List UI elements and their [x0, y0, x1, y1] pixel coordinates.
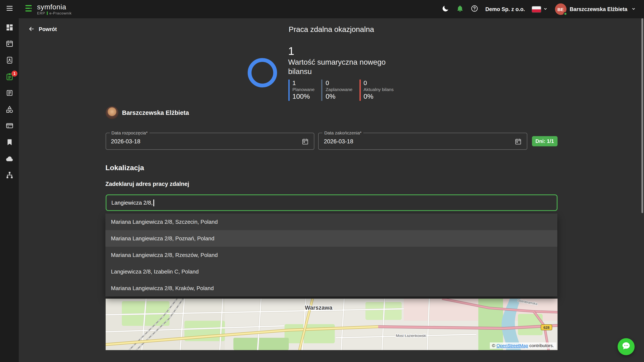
stat-label: Zaplanowane — [326, 87, 352, 92]
stat-aktualny-bilans: 0 Aktualny bilans 0% — [359, 80, 394, 101]
stat-value: 1 — [292, 80, 314, 87]
sidebar: 1 — [0, 18, 19, 362]
sidebar-item-requests[interactable]: 1 — [0, 69, 19, 86]
copyright-symbol: © — [492, 343, 495, 348]
address-suggestion[interactable]: Mariana Langiewicza 2/8, Poznań, Poland — [106, 230, 557, 247]
date-range-row: Data rozpoczęcia* 2026-03-18 Data zakońc… — [106, 133, 557, 150]
end-date-field[interactable]: Data zakończenia* 2026-03-18 — [318, 133, 528, 150]
sidebar-item-calendar[interactable] — [0, 36, 19, 53]
stat-percent: 0% — [326, 92, 352, 101]
location-heading: Lokalizacja — [106, 164, 557, 172]
documents-icon — [5, 89, 14, 99]
sidebar-item-documents[interactable] — [0, 86, 19, 102]
dashboard-icon — [5, 23, 14, 33]
dark-mode-toggle[interactable] — [442, 4, 450, 14]
employee-photo — [106, 106, 118, 119]
avatar-initials: BE — [557, 6, 564, 12]
notifications-button[interactable] — [456, 4, 464, 14]
openstreetmap-link[interactable]: OpenStreetMap — [496, 343, 528, 348]
start-date-label: Data rozpoczęcia* — [110, 130, 149, 135]
road-ref-badge: 628 — [541, 325, 552, 330]
menu-button[interactable] — [0, 4, 19, 14]
calendar-icon — [5, 40, 14, 50]
tagline-separator — [47, 11, 48, 15]
back-label: Powrót — [39, 26, 57, 32]
calendar-picker-icon[interactable] — [302, 138, 309, 145]
summary-title: Wartość sumaryczna nowego bilansu — [288, 57, 390, 76]
address-input[interactable]: Langiewicza 2/8, — [106, 194, 557, 211]
shapes-category-icon — [5, 106, 14, 115]
stat-planowane: 1 Planowane 100% — [288, 80, 314, 101]
company-name: Demo Sp. z o.o. — [485, 6, 525, 12]
bell-icon — [456, 4, 464, 14]
stat-percent: 0% — [364, 92, 394, 101]
sidebar-item-categories[interactable] — [0, 102, 19, 119]
stat-label: Aktualny bilans — [364, 87, 394, 92]
moon-icon — [442, 4, 450, 14]
sidebar-item-employee-card[interactable] — [0, 53, 19, 69]
chevron-down-icon — [542, 5, 548, 13]
page-header: Powrót Praca zdalna okazjonalna — [19, 18, 644, 40]
cloud-icon — [5, 155, 14, 165]
chat-button[interactable] — [618, 338, 635, 355]
language-selector[interactable] — [532, 5, 548, 13]
start-date-value: 2026-03-18 — [111, 138, 140, 144]
balance-summary: 1 Wartość sumaryczna nowego bilansu 1 Pl… — [106, 45, 557, 101]
address-suggestion[interactable]: Langiewicza 2/8, Izabelin C, Poland — [106, 263, 557, 280]
hamburger-icon — [5, 4, 14, 14]
map-attribution: © OpenStreetMap contributors. — [490, 343, 556, 349]
stat-zaplanowane: 0 Zaplanowane 0% — [321, 80, 352, 101]
sidebar-item-bookmarks[interactable] — [0, 135, 19, 151]
requests-count-badge: 1 — [12, 71, 18, 77]
employee-badge-icon — [5, 56, 14, 66]
calendar-picker-icon[interactable] — [514, 138, 522, 145]
svg-text:628: 628 — [543, 326, 549, 330]
text-caret — [154, 199, 154, 206]
bookmark-icon — [5, 138, 14, 148]
app: symfonia ERP e-Pracownik — [0, 0, 644, 362]
end-date-value: 2026-03-18 — [324, 138, 353, 144]
start-date-field[interactable]: Data rozpoczęcia* 2026-03-18 — [106, 133, 314, 150]
topbar: symfonia ERP e-Pracownik — [0, 0, 644, 18]
poland-flag-icon — [532, 6, 541, 12]
product-epracownik: e-Pracownik — [50, 11, 72, 15]
sidebar-item-dashboard[interactable] — [0, 20, 19, 36]
address-suggestions-dropdown: Mariana Langiewicza 2/8, Szczecin, Polan… — [106, 213, 557, 297]
map[interactable]: Warszawa Most Łazienkowski Ostrobramska … — [106, 299, 557, 350]
map-bridge-label: Most Łazienkowski — [396, 334, 426, 338]
stat-percent: 100% — [292, 92, 314, 101]
stat-label: Planowane — [292, 87, 314, 92]
map-city-label: Warszawa — [304, 305, 332, 311]
end-date-label: Data zakończenia* — [323, 130, 363, 135]
days-counter-badge: Dni: 1/1 — [532, 136, 557, 146]
presence-dot — [563, 12, 567, 16]
chevron-down-icon — [631, 5, 636, 13]
back-button[interactable]: Powrót — [28, 25, 57, 33]
symfonia-logo-icon — [24, 3, 34, 15]
attribution-suffix: contributors. — [529, 343, 554, 348]
stat-value: 0 — [326, 80, 352, 87]
user-avatar: BE — [555, 3, 566, 15]
balance-donut-chart — [246, 57, 278, 89]
vertical-scrollbar[interactable] — [642, 18, 643, 213]
main-content: Powrót Praca zdalna okazjonalna 1 Wartoś… — [19, 18, 644, 362]
help-icon — [471, 4, 478, 14]
address-suggestion[interactable]: Mariana Langiewicza 2/8, Kraków, Poland — [106, 280, 557, 297]
help-button[interactable] — [471, 4, 478, 14]
user-name: Barszczewska Elżbieta — [570, 6, 628, 12]
summary-stats: 1 Planowane 100% 0 Zaplanowane 0% 0 — [288, 80, 394, 101]
stat-value: 0 — [364, 80, 394, 87]
sidebar-item-payments[interactable] — [0, 119, 19, 135]
address-suggestion[interactable]: Mariana Langiewicza 2/8, Szczecin, Polan… — [106, 213, 557, 230]
topbar-actions: Demo Sp. z o.o. BE Barszczewska Elżbieta — [442, 3, 644, 15]
sidebar-item-cloud[interactable] — [0, 152, 19, 168]
sidebar-item-structure[interactable] — [0, 168, 19, 184]
user-menu[interactable]: BE Barszczewska Elżbieta — [555, 3, 636, 15]
brand-logo[interactable]: symfonia ERP e-Pracownik — [24, 3, 72, 15]
product-erp: ERP — [37, 11, 45, 15]
address-suggestion[interactable]: Mariana Langiewicza 2/8, Rzeszów, Poland — [106, 247, 557, 263]
location-prompt: Zadeklaruj adres pracy zdalnej — [106, 181, 557, 187]
chat-bubble-icon — [622, 341, 631, 352]
brand-name: symfonia — [37, 3, 72, 10]
map-canvas: Warszawa Most Łazienkowski Ostrobramska … — [106, 299, 557, 350]
